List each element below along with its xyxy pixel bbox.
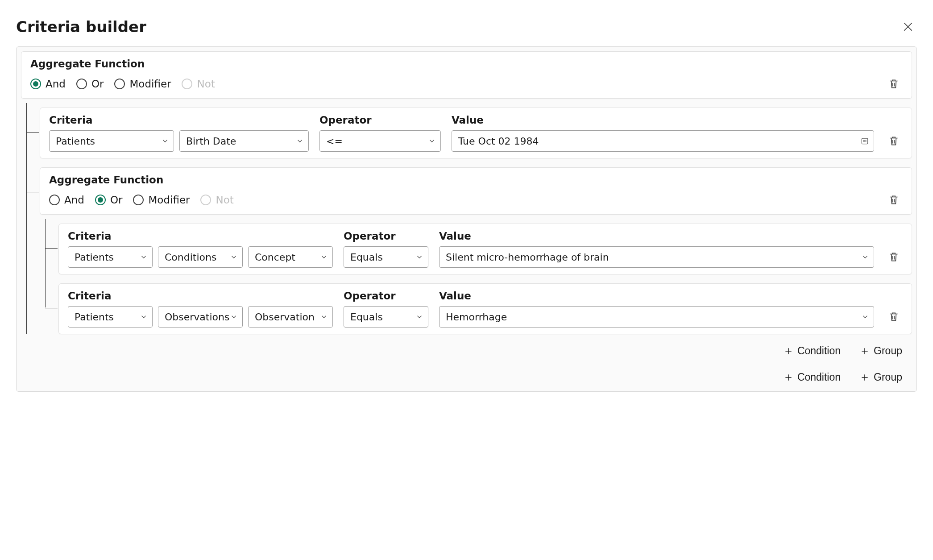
chevron-down-icon [230, 253, 238, 261]
group-add-row: Condition Group [40, 334, 912, 361]
criteria-label: Criteria [68, 230, 333, 242]
criteria-field-select[interactable]: Birth Date [179, 130, 309, 152]
delete-group-button[interactable] [885, 75, 903, 93]
aggregate-function-label: Aggregate Function [30, 58, 903, 70]
delete-group-button[interactable] [885, 191, 903, 209]
criteria-relation-select[interactable]: Observations [158, 306, 243, 328]
radio-or-label: Or [110, 194, 123, 206]
criteria-entity-select[interactable]: Patients [49, 130, 174, 152]
plus-icon [860, 347, 869, 356]
condition-row: Criteria Patients Observations [58, 283, 912, 334]
chevron-down-icon [140, 253, 148, 261]
criteria-entity-select[interactable]: Patients [68, 306, 153, 328]
value-select[interactable]: Hemorrhage [439, 306, 874, 328]
radio-or[interactable]: Or [76, 78, 104, 90]
radio-or[interactable]: Or [95, 194, 123, 206]
criteria-entity-select[interactable]: Patients [68, 246, 153, 268]
condition-item: Criteria Patients Birth Date [40, 108, 912, 158]
value-text: Silent micro-hemorrhage of brain [446, 252, 609, 263]
value-column: Value Hemorrhage [439, 290, 874, 328]
criteria-entity-value: Patients [75, 252, 114, 263]
radio-modifier[interactable]: Modifier [133, 194, 190, 206]
delete-condition-button[interactable] [885, 132, 903, 150]
aggregate-function-row: And Or Modifier Not [49, 191, 903, 209]
chevron-down-icon [161, 137, 169, 145]
criteria-label: Criteria [49, 114, 309, 126]
add-condition-label: Condition [797, 371, 841, 383]
criteria-field-value: Observation [255, 311, 315, 323]
criteria-column: Criteria Patients Observations [68, 290, 333, 328]
aggregate-function-row: And Or Modifier Not [30, 75, 903, 93]
criteria-field-select[interactable]: Observation [248, 306, 333, 328]
operator-label: Operator [319, 114, 441, 126]
radio-not-label: Not [216, 194, 233, 206]
radio-and-label: And [64, 194, 84, 206]
value-label: Value [439, 230, 874, 242]
chevron-down-icon [861, 253, 869, 261]
operator-column: Operator <= [319, 114, 441, 152]
svg-point-2 [864, 141, 865, 141]
chevron-down-icon [428, 137, 436, 145]
add-condition-button[interactable]: Condition [783, 369, 842, 385]
panel-header: Criteria builder [16, 18, 917, 36]
add-condition-label: Condition [797, 345, 841, 357]
chevron-down-icon [415, 313, 423, 321]
aggregate-function-label: Aggregate Function [49, 174, 903, 186]
add-group-button[interactable]: Group [859, 343, 903, 359]
value-select[interactable]: Silent micro-hemorrhage of brain [439, 246, 874, 268]
radio-not: Not [182, 78, 215, 90]
chevron-down-icon [140, 313, 148, 321]
operator-select[interactable]: Equals [344, 246, 428, 268]
criteria-selects: Patients Conditions Concep [68, 246, 333, 268]
group-children: Criteria Patients Conditions [45, 224, 912, 334]
criteria-relation-value: Conditions [165, 252, 216, 263]
add-group-label: Group [874, 345, 902, 357]
trash-icon [888, 135, 900, 147]
value-date-input[interactable]: Tue Oct 02 1984 [452, 130, 874, 152]
plus-icon [784, 347, 793, 356]
criteria-relation-value: Observations [165, 311, 229, 323]
radio-and[interactable]: And [30, 78, 66, 90]
radio-or-label: Or [91, 78, 104, 90]
group-header: Aggregate Function And Or Modifier Not [21, 51, 912, 99]
delete-condition-button[interactable] [885, 308, 903, 326]
add-group-button[interactable]: Group [859, 369, 903, 385]
chevron-down-icon [296, 137, 304, 145]
chevron-down-icon [320, 253, 328, 261]
plus-icon [784, 373, 793, 382]
criteria-entity-value: Patients [56, 136, 95, 147]
value-date-text: Tue Oct 02 1984 [458, 136, 539, 147]
close-button[interactable] [899, 18, 917, 36]
condition-fields: Criteria Patients Birth Date [49, 114, 903, 152]
chevron-down-icon [415, 253, 423, 261]
group-add-row: Condition Group [21, 361, 912, 387]
svg-point-1 [863, 141, 864, 141]
radio-and-label: And [46, 78, 66, 90]
value-column: Value Silent micro-hemorrhage of brain [439, 230, 874, 268]
criteria-relation-select[interactable]: Conditions [158, 246, 243, 268]
value-label: Value [439, 290, 874, 302]
page-title: Criteria builder [16, 18, 146, 36]
condition-row: Criteria Patients Conditions [58, 224, 912, 274]
date-picker-icon[interactable] [860, 137, 869, 145]
radio-modifier-label: Modifier [129, 78, 171, 90]
delete-condition-button[interactable] [885, 248, 903, 266]
radio-modifier[interactable]: Modifier [114, 78, 171, 90]
operator-column: Operator Equals [344, 230, 428, 268]
radio-and[interactable]: And [49, 194, 84, 206]
trash-icon [888, 78, 900, 90]
criteria-label: Criteria [68, 290, 333, 302]
criteria-builder-panel: Criteria builder Aggregate Function And … [0, 0, 933, 401]
criteria-column: Criteria Patients Birth Date [49, 114, 309, 152]
criteria-field-select[interactable]: Concept [248, 246, 333, 268]
criteria-column: Criteria Patients Conditions [68, 230, 333, 268]
add-condition-button[interactable]: Condition [783, 343, 842, 359]
nested-group-item: Aggregate Function And Or Modifier Not [40, 167, 912, 361]
chevron-down-icon [320, 313, 328, 321]
builder-outer-panel: Aggregate Function And Or Modifier Not [16, 46, 917, 392]
operator-label: Operator [344, 290, 428, 302]
operator-select[interactable]: Equals [344, 306, 428, 328]
radio-not: Not [200, 194, 233, 206]
value-column: Value Tue Oct 02 1984 [452, 114, 874, 152]
operator-select[interactable]: <= [319, 130, 441, 152]
